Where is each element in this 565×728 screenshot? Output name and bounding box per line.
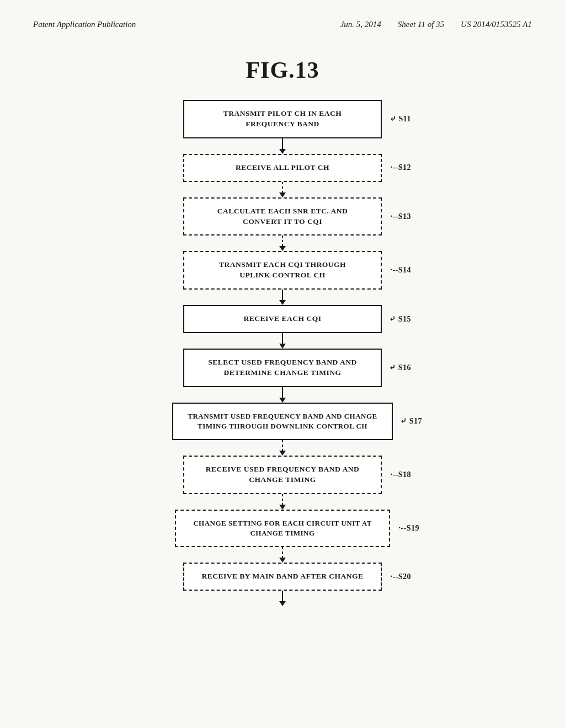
header-publication: Patent Application Publication [33, 20, 136, 29]
arrow-s18-s19 [279, 494, 286, 510]
figure-title: FIG.13 [0, 57, 565, 83]
arrow-s14-s15 [279, 290, 286, 305]
page: Patent Application Publication Jun. 5, 2… [0, 0, 565, 728]
arrow-s15-s16 [279, 333, 286, 349]
label-s14: ·--S14 [390, 265, 411, 276]
arrow-s11-s12 [279, 138, 286, 154]
step-row-s18: RECEIVE USED FREQUENCY BAND ANDCHANGE TI… [183, 456, 382, 494]
header-sheet: Sheet 11 of 35 [398, 20, 444, 29]
label-s18: ·--S18 [390, 469, 411, 480]
step-row-s12: RECEIVE ALL PILOT CH ·--S12 [183, 154, 382, 182]
box-s15: RECEIVE EACH CQI ⤶ S15 [183, 305, 382, 333]
arrow-s19-s20 [279, 547, 286, 563]
label-s17: ⤶ S17 [400, 416, 422, 427]
label-s13: ·--S13 [390, 211, 411, 222]
flowchart: TRANSMIT PILOT CH IN EACHFREQUENCY BAND … [0, 100, 565, 606]
label-s15: ⤶ S15 [389, 314, 411, 325]
box-s17: TRANSMIT USED FREQUENCY BAND AND CHANGET… [172, 403, 393, 440]
step-row-s11: TRANSMIT PILOT CH IN EACHFREQUENCY BAND … [183, 100, 382, 138]
box-s20: RECEIVE BY MAIN BAND AFTER CHANGE ·--S20 [183, 563, 382, 591]
header-patent: US 2014/0153525 A1 [461, 20, 532, 29]
header: Patent Application Publication Jun. 5, 2… [0, 0, 565, 40]
step-row-s14: TRANSMIT EACH CQI THROUGHUPLINK CONTROL … [183, 251, 382, 290]
header-right: Jun. 5, 2014 Sheet 11 of 35 US 2014/0153… [340, 20, 532, 29]
arrow-s16-s17 [279, 387, 286, 403]
label-s11: ⤶ S11 [390, 114, 411, 125]
header-date: Jun. 5, 2014 [340, 20, 381, 29]
box-s14: TRANSMIT EACH CQI THROUGHUPLINK CONTROL … [183, 251, 382, 290]
step-row-s15: RECEIVE EACH CQI ⤶ S15 [183, 305, 382, 333]
box-s16: SELECT USED FREQUENCY BAND ANDDETERMINE … [183, 349, 382, 387]
label-s20: ·--S20 [390, 571, 411, 582]
label-s16: ⤶ S16 [389, 362, 411, 373]
box-s13: CALCULATE EACH SNR ETC. ANDCONVERT IT TO… [183, 197, 382, 236]
step-row-s16: SELECT USED FREQUENCY BAND ANDDETERMINE … [183, 349, 382, 387]
step-row-s20: RECEIVE BY MAIN BAND AFTER CHANGE ·--S20 [183, 563, 382, 591]
arrow-s12-s13 [279, 182, 286, 197]
arrow-s17-s18 [279, 440, 286, 456]
label-s12: ·--S12 [390, 162, 411, 173]
step-row-s13: CALCULATE EACH SNR ETC. ANDCONVERT IT TO… [183, 197, 382, 236]
box-s19: CHANGE SETTING FOR EACH CIRCUIT UNIT ATC… [175, 510, 390, 547]
arrow-s13-s14 [279, 235, 286, 251]
arrow-s20-end [279, 591, 286, 606]
box-s12: RECEIVE ALL PILOT CH ·--S12 [183, 154, 382, 182]
box-s11: TRANSMIT PILOT CH IN EACHFREQUENCY BAND … [183, 100, 382, 138]
step-row-s19: CHANGE SETTING FOR EACH CIRCUIT UNIT ATC… [175, 510, 390, 547]
label-s19: ·--S19 [398, 523, 419, 534]
box-s18: RECEIVE USED FREQUENCY BAND ANDCHANGE TI… [183, 456, 382, 494]
step-row-s17: TRANSMIT USED FREQUENCY BAND AND CHANGET… [172, 403, 393, 440]
